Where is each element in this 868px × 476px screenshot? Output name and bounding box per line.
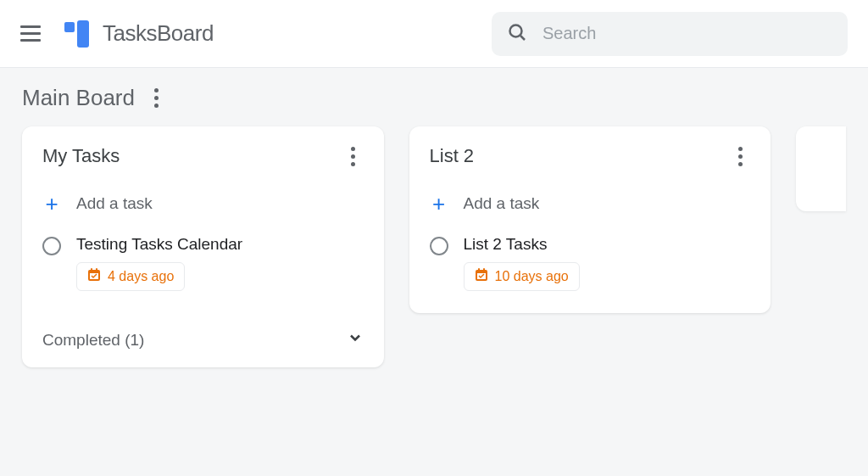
topbar: TasksBoard [0,0,868,68]
task-title[interactable]: List 2 Tasks [464,235,751,254]
search-input[interactable] [542,24,832,43]
board-area: Main Board My Tasks + Add a task T [0,68,868,384]
add-task-button[interactable]: + Add a task [22,182,384,228]
task-title[interactable]: Testing Tasks Calendar [76,235,364,254]
search-icon [507,22,527,46]
list-card-peek[interactable] [796,126,846,211]
board-menu-icon[interactable] [147,88,167,109]
calendar-icon [475,268,488,285]
list-header: List 2 [409,145,771,182]
list-menu-icon[interactable] [343,146,364,166]
search-bar[interactable] [492,12,848,56]
task-complete-toggle[interactable] [42,237,61,255]
svg-rect-9 [483,268,485,272]
svg-line-1 [520,36,525,40]
svg-rect-8 [478,268,480,272]
svg-rect-4 [91,268,92,272]
task-date: 4 days ago [108,269,174,284]
plus-icon: + [430,193,448,215]
task-content: List 2 Tasks 1 [464,235,751,291]
completed-label: Completed (1) [42,331,144,350]
add-task-label: Add a task [76,194,153,213]
task-row[interactable]: List 2 Tasks 1 [409,228,771,313]
completed-toggle[interactable]: Completed (1) [22,313,384,367]
logo-icon [64,20,89,48]
task-complete-toggle[interactable] [430,237,448,255]
board-header: Main Board [22,85,846,111]
menu-icon[interactable] [20,20,47,48]
svg-point-0 [510,25,522,36]
svg-rect-5 [96,268,97,272]
calendar-icon [87,268,101,285]
task-date-chip[interactable]: 4 days ago [76,262,185,291]
task-row[interactable]: Testing Tasks Calendar [22,228,384,305]
task-content: Testing Tasks Calendar [76,235,364,291]
list-title: My Tasks [42,145,120,167]
lists-row: My Tasks + Add a task Testing Tasks Cale… [22,126,846,367]
task-date-chip[interactable]: 10 days ago [464,262,580,291]
plus-icon: + [42,193,61,215]
list-card: My Tasks + Add a task Testing Tasks Cale… [22,126,384,367]
list-menu-icon[interactable] [730,146,750,166]
app-name: TasksBoard [103,20,214,47]
add-task-label: Add a task [464,194,540,213]
list-card: List 2 + Add a task List 2 Tasks [409,126,771,313]
chevron-down-icon [347,329,364,350]
task-date: 10 days ago [495,269,569,284]
list-title: List 2 [430,145,475,167]
app-logo[interactable]: TasksBoard [64,20,214,48]
list-header: My Tasks [22,145,384,182]
board-title: Main Board [22,85,135,111]
add-task-button[interactable]: + Add a task [409,182,771,228]
